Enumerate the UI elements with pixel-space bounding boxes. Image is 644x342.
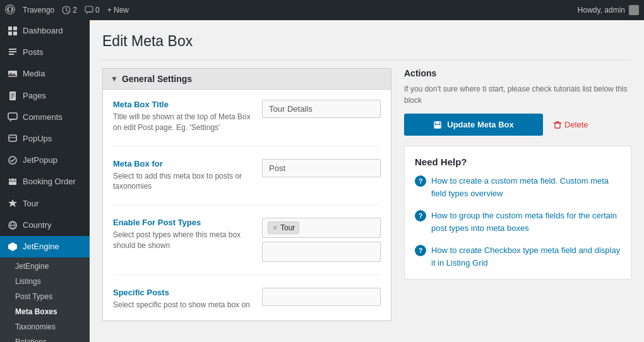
help-icon-3: ?	[415, 245, 426, 256]
sidebar-item-popups[interactable]: PopUps	[0, 128, 90, 150]
wp-logo-icon	[5, 4, 15, 16]
sidebar-label-comments: Comments	[23, 112, 63, 123]
sidebar-sub-item-meta-boxes[interactable]: Meta Boxes	[0, 304, 90, 319]
svg-rect-4	[13, 27, 17, 30]
media-icon	[8, 69, 18, 79]
meta-box-for-desc: Select to add this meta box to posts or …	[113, 171, 252, 192]
sidebar-item-booking-order[interactable]: Booking Order	[0, 171, 90, 192]
page-title: Edit Meta Box	[102, 33, 631, 50]
svg-rect-5	[8, 32, 12, 35]
sidebar-item-jetengine[interactable]: JetEngine	[0, 236, 90, 257]
tag-input-empty[interactable]	[262, 242, 381, 262]
enable-post-types-label: Enable For Post Types	[113, 218, 252, 227]
specific-posts-input[interactable]	[262, 288, 381, 306]
new-item-button[interactable]: + New	[107, 6, 129, 15]
svg-rect-17	[435, 125, 440, 128]
svg-rect-10	[9, 135, 16, 141]
tag-chip-label: Tour	[280, 223, 295, 232]
sidebar-item-media[interactable]: Media	[0, 63, 90, 85]
help-link-2[interactable]: How to group the custom meta fields for …	[431, 209, 621, 234]
svg-rect-18	[555, 123, 560, 128]
sidebar-label-popups: PopUps	[23, 133, 52, 144]
sidebar-sub-item-listings[interactable]: Listings	[0, 274, 90, 289]
update-button-label: Update Meta Box	[447, 120, 513, 129]
sidebar-sub-item-post-types[interactable]: Post Types	[0, 289, 90, 304]
delete-link[interactable]: Delete	[553, 120, 588, 129]
dashboard-icon	[8, 26, 18, 36]
svg-rect-3	[8, 27, 12, 30]
save-icon	[433, 121, 442, 129]
toggle-arrow-icon: ▼	[110, 74, 118, 83]
sidebar: Dashboard Posts Media Pages Comments	[0, 20, 90, 342]
sidebar-submenu: JetEngine Listings Post Types Meta Boxes…	[0, 257, 90, 342]
actions-desc: If you don't sure where ti start, please…	[404, 83, 631, 106]
pages-icon	[8, 91, 18, 101]
svg-rect-13	[9, 179, 16, 185]
sidebar-label-booking-order: Booking Order	[23, 176, 76, 187]
remove-tag-icon[interactable]: ✕	[272, 224, 278, 232]
sidebar-label-jetengine: JetEngine	[23, 241, 59, 252]
main-content: Edit Meta Box ▼ General Settings Meta Bo…	[90, 20, 644, 342]
delete-label: Delete	[564, 120, 588, 129]
update-meta-box-button[interactable]: Update Meta Box	[404, 114, 543, 136]
meta-box-for-input[interactable]	[262, 159, 381, 177]
right-column: Actions If you don't sure where ti start…	[404, 68, 631, 321]
howdy-text: Howdy, admin	[578, 5, 639, 15]
general-settings-label: General Settings	[122, 74, 192, 84]
svg-rect-16	[436, 122, 439, 124]
field-specific-posts: Specific Posts Select specific post to s…	[113, 288, 381, 310]
meta-box-title-label: Meta Box Title	[113, 100, 252, 109]
specific-posts-desc: Select specific post to show meta box on	[113, 300, 252, 310]
sidebar-sub-item-taxonomies[interactable]: Taxonomies	[0, 319, 90, 334]
meta-box-title-desc: Title will be shown at the top of Meta B…	[113, 112, 252, 133]
sidebar-sub-item-relations[interactable]: Relations	[0, 334, 90, 342]
general-settings-body: Meta Box Title Title will be shown at th…	[102, 90, 391, 321]
meta-box-title-input[interactable]	[262, 100, 381, 118]
sidebar-label-tour: Tour	[23, 198, 39, 209]
enable-post-types-desc: Select post types where this meta box sh…	[113, 230, 252, 251]
updates-icon[interactable]: 2	[62, 6, 77, 15]
booking-icon	[8, 177, 18, 187]
help-link-1[interactable]: How to create a custom meta field. Custo…	[431, 175, 621, 199]
sidebar-label-country: Country	[23, 220, 52, 231]
sidebar-item-dashboard[interactable]: Dashboard	[0, 20, 90, 42]
popups-icon	[8, 134, 18, 144]
sidebar-label-dashboard: Dashboard	[23, 25, 63, 37]
meta-box-for-label: Meta Box for	[113, 159, 252, 168]
sidebar-label-posts: Posts	[23, 47, 44, 58]
sidebar-item-comments[interactable]: Comments	[0, 107, 90, 128]
field-enable-for-post-types: Enable For Post Types Select post types …	[113, 218, 381, 275]
sidebar-label-jetpopup: JetPopup	[23, 155, 57, 166]
comments-icon[interactable]: 0	[85, 6, 100, 15]
field-meta-box-title: Meta Box Title Title will be shown at th…	[113, 100, 381, 146]
site-name[interactable]: Travengo	[23, 6, 54, 15]
posts-icon	[8, 47, 18, 57]
sidebar-sub-item-jetengine[interactable]: JetEngine	[0, 259, 90, 274]
sidebar-item-jetpopup[interactable]: JetPopup	[0, 150, 90, 171]
svg-rect-6	[13, 32, 17, 35]
admin-bar: Travengo 2 0 + New Howdy, admin	[0, 0, 644, 20]
content-area: ▼ General Settings Meta Box Title Title …	[102, 68, 631, 321]
left-column: ▼ General Settings Meta Box Title Title …	[102, 68, 391, 321]
sidebar-item-pages[interactable]: Pages	[0, 85, 90, 107]
post-types-tag-input[interactable]: ✕ Tour	[262, 218, 381, 238]
help-icon-1: ?	[415, 175, 426, 187]
sidebar-item-country[interactable]: Country	[0, 215, 90, 236]
actions-panel: Actions If you don't sure where ti start…	[404, 68, 631, 136]
help-icon-2: ?	[415, 210, 426, 221]
help-item-3: ? How to create Checkbox type meta field…	[415, 244, 621, 269]
tour-icon	[8, 199, 18, 209]
jetpopup-icon	[8, 155, 18, 165]
help-link-3[interactable]: How to create Checkbox type meta field a…	[431, 244, 621, 269]
sidebar-item-tour[interactable]: Tour	[0, 193, 90, 215]
field-meta-box-for: Meta Box for Select to add this meta box…	[113, 159, 381, 206]
help-panel: Need Help? ? How to create a custom meta…	[404, 146, 631, 280]
jetengine-icon	[8, 242, 18, 252]
sidebar-item-posts[interactable]: Posts	[0, 42, 90, 63]
actions-row: Update Meta Box Delete	[404, 114, 631, 136]
tag-chip-tour: ✕ Tour	[268, 221, 299, 234]
sidebar-label-media: Media	[23, 68, 45, 80]
actions-title: Actions	[404, 68, 631, 78]
help-title: Need Help?	[415, 156, 621, 167]
general-settings-header[interactable]: ▼ General Settings	[102, 68, 391, 90]
